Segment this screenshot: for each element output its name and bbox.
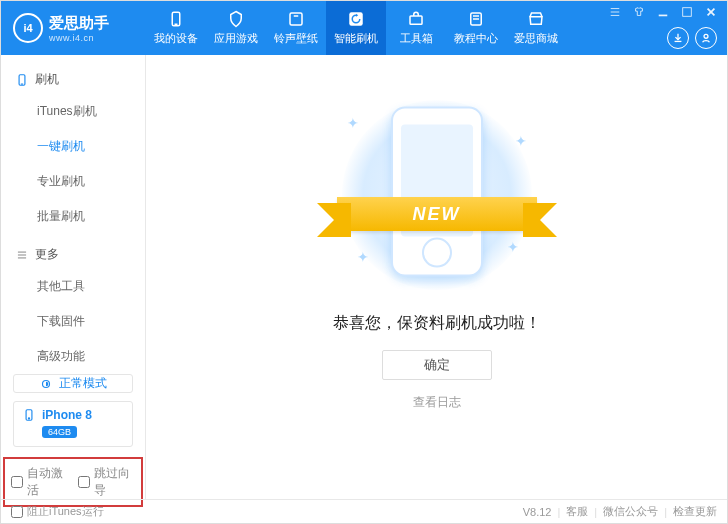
- device-phone-icon: [22, 408, 36, 422]
- toolbox-icon: [407, 10, 425, 28]
- more-section-icon: [15, 248, 29, 262]
- svg-point-23: [28, 418, 29, 419]
- check-update-link[interactable]: 检查更新: [673, 504, 717, 519]
- svg-rect-2: [290, 13, 302, 25]
- refresh-icon: [347, 10, 365, 28]
- maximize-icon[interactable]: [677, 5, 697, 19]
- status-bar: 阻止iTunes运行 V8.12 | 客服 | 微信公众号 | 检查更新: [1, 499, 727, 523]
- nav-store[interactable]: 爱思商城: [506, 1, 566, 55]
- nav-tutorials[interactable]: 教程中心: [446, 1, 506, 55]
- checkbox-auto-activate[interactable]: 自动激活: [11, 465, 68, 499]
- success-illustration: ✦ ✦ ✦ ✦ NEW: [287, 85, 587, 305]
- sidebar-item-pro-flash[interactable]: 专业刷机: [1, 164, 145, 199]
- apps-icon: [227, 10, 245, 28]
- book-icon: [467, 10, 485, 28]
- sidebar-item-advanced[interactable]: 高级功能: [1, 339, 145, 374]
- device-box[interactable]: iPhone 8 64GB: [13, 401, 133, 447]
- close-icon[interactable]: [701, 5, 721, 19]
- music-icon: [287, 10, 305, 28]
- checkbox-prevent-itunes[interactable]: 阻止iTunes运行: [11, 504, 104, 519]
- mode-icon: [39, 377, 53, 391]
- brand-name: 爱思助手: [49, 14, 109, 33]
- sidebar-item-batch-flash[interactable]: 批量刷机: [1, 199, 145, 234]
- nav-ringtones[interactable]: 铃声壁纸: [266, 1, 326, 55]
- nav-apps[interactable]: 应用游戏: [206, 1, 266, 55]
- brand-url: www.i4.cn: [49, 33, 109, 43]
- sidebar-item-oneclick-flash[interactable]: 一键刷机: [1, 129, 145, 164]
- nav-flash[interactable]: 智能刷机: [326, 1, 386, 55]
- store-icon: [527, 10, 545, 28]
- phone-icon: [167, 10, 185, 28]
- svg-rect-12: [683, 8, 692, 17]
- flash-section-icon: [15, 73, 29, 87]
- user-icon[interactable]: [695, 27, 717, 49]
- download-icon[interactable]: [667, 27, 689, 49]
- confirm-button[interactable]: 确定: [382, 350, 492, 380]
- mode-button[interactable]: 正常模式: [13, 374, 133, 393]
- nav-my-device[interactable]: 我的设备: [146, 1, 206, 55]
- svg-point-15: [704, 34, 708, 38]
- header-circle-buttons: [667, 27, 717, 49]
- minimize-icon[interactable]: [653, 5, 673, 19]
- skin-icon[interactable]: [629, 5, 649, 19]
- nav-toolbox[interactable]: 工具箱: [386, 1, 446, 55]
- wechat-link[interactable]: 微信公众号: [603, 504, 658, 519]
- logo-icon: i4: [13, 13, 43, 43]
- version-label: V8.12: [523, 506, 552, 518]
- support-link[interactable]: 客服: [566, 504, 588, 519]
- sidebar: 刷机 iTunes刷机 一键刷机 专业刷机 批量刷机 更多 其他工具 下载固件 …: [1, 55, 146, 499]
- logo-block: i4 爱思助手 www.i4.cn: [1, 13, 146, 43]
- sidebar-item-download-firmware[interactable]: 下载固件: [1, 304, 145, 339]
- view-log-link[interactable]: 查看日志: [413, 394, 461, 411]
- sidebar-section-more[interactable]: 更多: [1, 240, 145, 269]
- app-window: i4 爱思助手 www.i4.cn 我的设备 应用游戏 铃声壁纸 智能刷机: [0, 0, 728, 524]
- menu-icon[interactable]: [605, 5, 625, 19]
- device-capacity-badge: 64GB: [42, 426, 77, 438]
- sidebar-item-other-tools[interactable]: 其他工具: [1, 269, 145, 304]
- device-name: iPhone 8: [42, 408, 92, 422]
- window-controls: [605, 5, 721, 19]
- svg-rect-4: [410, 16, 422, 24]
- body: 刷机 iTunes刷机 一键刷机 专业刷机 批量刷机 更多 其他工具 下载固件 …: [1, 55, 727, 499]
- header-bar: i4 爱思助手 www.i4.cn 我的设备 应用游戏 铃声壁纸 智能刷机: [1, 1, 727, 55]
- success-message: 恭喜您，保资料刷机成功啦！: [333, 313, 541, 334]
- sidebar-item-itunes-flash[interactable]: iTunes刷机: [1, 94, 145, 129]
- checkbox-skip-setup[interactable]: 跳过向导: [78, 465, 135, 499]
- main-content: ✦ ✦ ✦ ✦ NEW 恭喜您，保资料刷机成功啦！ 确定 查看日志: [146, 55, 727, 499]
- sidebar-section-flash[interactable]: 刷机: [1, 65, 145, 94]
